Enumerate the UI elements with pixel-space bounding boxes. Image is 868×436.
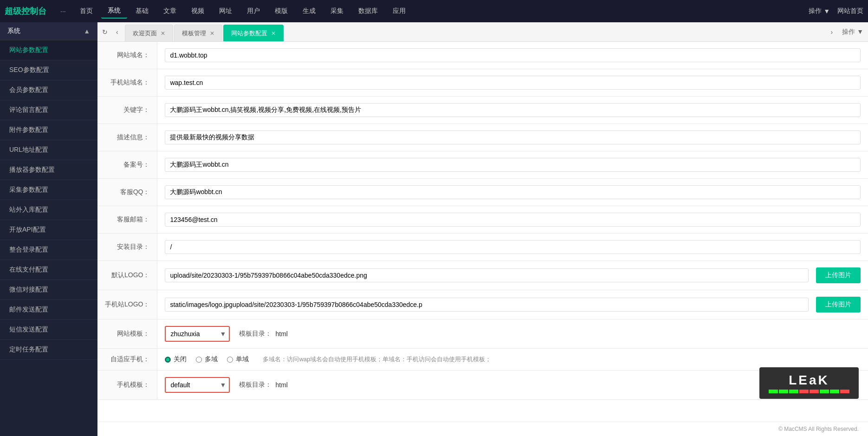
mobile-logo-upload-button[interactable]: 上传图片 <box>816 297 861 312</box>
mobile-template-dir-value: html <box>275 381 287 389</box>
leak-bar-7 <box>830 390 839 393</box>
sidebar-item-url-config[interactable]: URL地址配置 <box>0 140 97 160</box>
icp-label: 备案号： <box>97 151 157 179</box>
sidebar-title: 系统 <box>7 27 20 35</box>
nav-item-collect[interactable]: 采集 <box>324 4 350 18</box>
sidebar-item-comment-config[interactable]: 评论留言配置 <box>0 100 97 120</box>
sidebar-item-collect-config[interactable]: 采集参数配置 <box>0 180 97 200</box>
leak-watermark: LEaK <box>759 367 859 399</box>
nav-item-home[interactable]: 首页 <box>73 4 99 18</box>
sidebar-item-payment-config[interactable]: 在线支付配置 <box>0 260 97 280</box>
sidebar-item-seo-config[interactable]: SEO参数配置 <box>0 60 97 80</box>
site-home-button[interactable]: 网站首页 <box>837 7 863 15</box>
nav-item-template[interactable]: 模版 <box>268 4 294 18</box>
operation-button[interactable]: 操作 ▼ <box>809 7 830 15</box>
nav-item-video[interactable]: 视频 <box>185 4 211 18</box>
keywords-label: 关键字： <box>97 97 157 124</box>
form-row-adaptive: 自适应手机： 关闭 多域 <box>97 349 868 371</box>
icp-input[interactable] <box>165 158 861 172</box>
form-row-domain: 网站域名： <box>97 42 868 69</box>
form-row-mobile-logo: 手机站LOGO： 上传图片 <box>97 290 868 319</box>
sidebar-item-email-config[interactable]: 邮件发送配置 <box>0 300 97 320</box>
tab-actions-left: ↻ ‹ <box>99 26 121 38</box>
tab-website-config[interactable]: 网站参数配置 ✕ <box>223 25 284 41</box>
sidebar-item-player-config[interactable]: 播放器参数配置 <box>0 160 97 180</box>
form-row-qq: 客服QQ： <box>97 179 868 206</box>
logo-input[interactable] <box>165 268 809 282</box>
adaptive-single-radio[interactable] <box>227 357 233 363</box>
mobile-template-select-wrapper: default ▼ <box>165 377 230 393</box>
tab-actions-right: › 操作 ▼ <box>828 26 866 38</box>
tab-website-config-close[interactable]: ✕ <box>271 30 276 37</box>
leak-bar-3 <box>789 390 798 393</box>
sidebar: 系统 ▲ 网站参数配置 SEO参数配置 会员参数配置 评论留言配置 附件参数配置… <box>0 22 97 436</box>
nav-item-basic[interactable]: 基础 <box>129 4 155 18</box>
form-row-template: 网站模板： zhuzhuxia default mobile ▼ <box>97 319 868 349</box>
domain-label: 网站域名： <box>97 42 157 69</box>
tab-welcome[interactable]: 欢迎页面 ✕ <box>125 25 173 41</box>
sidebar-item-login-config[interactable]: 整合登录配置 <box>0 240 97 260</box>
footer: © MacCMS All Rights Reserved. <box>97 422 868 436</box>
adaptive-single-option[interactable]: 单域 <box>227 355 249 364</box>
app-logo: 超级控制台 <box>5 6 51 17</box>
install-dir-input[interactable] <box>165 240 861 254</box>
form-row-install-dir: 安装目录： <box>97 234 868 261</box>
template-dir-label: 模板目录： <box>239 330 272 338</box>
sidebar-item-website-config[interactable]: 网站参数配置 <box>0 40 97 60</box>
nav-item-app[interactable]: 应用 <box>386 4 412 18</box>
leak-bar-5 <box>810 390 819 393</box>
tab-op-button[interactable]: 操作 ▼ <box>839 26 866 38</box>
tab-template-manage-label: 模板管理 <box>182 29 206 38</box>
description-input[interactable] <box>165 130 861 144</box>
sidebar-item-external-config[interactable]: 站外入库配置 <box>0 200 97 220</box>
domain-input[interactable] <box>165 48 861 62</box>
leak-bar-6 <box>820 390 829 393</box>
nav-dots[interactable]: ··· <box>60 7 66 15</box>
form-row-icp: 备案号： <box>97 151 868 179</box>
sidebar-item-attachment-config[interactable]: 附件参数配置 <box>0 120 97 140</box>
tab-template-manage[interactable]: 模板管理 ✕ <box>174 25 222 41</box>
sidebar-item-wechat-config[interactable]: 微信对接配置 <box>0 280 97 300</box>
sidebar-item-sms-config[interactable]: 短信发送配置 <box>0 320 97 340</box>
nav-item-article[interactable]: 文章 <box>157 4 183 18</box>
logo-value: 上传图片 <box>157 261 868 290</box>
mobile-template-select[interactable]: default <box>165 377 230 393</box>
description-value <box>157 124 868 151</box>
mobile-domain-value <box>157 69 868 97</box>
adaptive-close-radio[interactable] <box>165 357 171 363</box>
email-input[interactable] <box>165 213 861 227</box>
keywords-input[interactable] <box>165 103 861 117</box>
nav-item-system[interactable]: 系统 <box>101 4 127 19</box>
logo-upload-button[interactable]: 上传图片 <box>816 267 861 283</box>
leak-bar-2 <box>779 390 788 393</box>
adaptive-multi-option[interactable]: 多域 <box>196 355 218 364</box>
description-label: 描述信息： <box>97 124 157 151</box>
adaptive-multi-radio[interactable] <box>196 357 202 363</box>
refresh-icon[interactable]: ↻ <box>99 26 110 38</box>
mobile-domain-label: 手机站域名： <box>97 69 157 97</box>
mobile-logo-input[interactable] <box>165 298 809 312</box>
mobile-domain-input[interactable] <box>165 76 861 90</box>
nav-item-user[interactable]: 用户 <box>240 4 266 18</box>
adaptive-hint: 多域名：访问wap域名会自动使用手机模板；单域名：手机访问会自动使用手机模板； <box>263 355 491 364</box>
forward-icon[interactable]: › <box>828 26 836 38</box>
qq-label: 客服QQ： <box>97 179 157 206</box>
template-select[interactable]: zhuzhuxia default mobile <box>165 326 230 342</box>
mobile-template-dir: 模板目录： html <box>239 381 287 389</box>
nav-item-url[interactable]: 网址 <box>213 4 239 18</box>
tab-welcome-close[interactable]: ✕ <box>161 30 165 37</box>
domain-value <box>157 42 868 69</box>
sidebar-item-member-config[interactable]: 会员参数配置 <box>0 80 97 100</box>
back-icon[interactable]: ‹ <box>113 26 121 38</box>
adaptive-close-option[interactable]: 关闭 <box>165 355 187 364</box>
form-row-mobile-domain: 手机站域名： <box>97 69 868 97</box>
tab-template-manage-close[interactable]: ✕ <box>210 30 214 37</box>
sidebar-item-task-config[interactable]: 定时任务配置 <box>0 340 97 360</box>
nav-item-database[interactable]: 数据库 <box>352 4 384 18</box>
logo-upload-row: 上传图片 <box>165 267 861 283</box>
template-value: zhuzhuxia default mobile ▼ 模板目录： html <box>157 319 868 349</box>
qq-input[interactable] <box>165 185 861 199</box>
sidebar-collapse-icon[interactable]: ▲ <box>84 27 90 35</box>
nav-item-generate[interactable]: 生成 <box>296 4 322 18</box>
sidebar-item-api-config[interactable]: 开放API配置 <box>0 220 97 240</box>
